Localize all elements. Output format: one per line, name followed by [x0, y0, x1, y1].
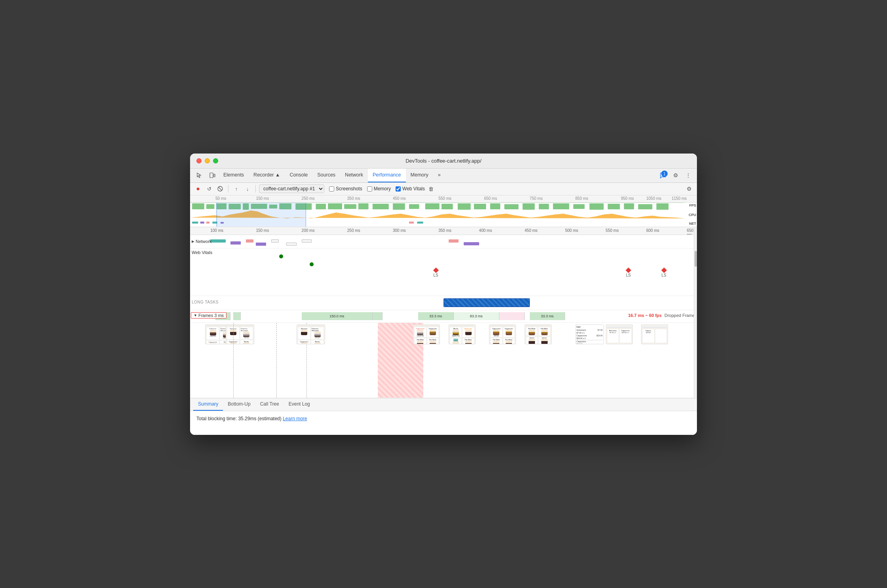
screenshot-8: Americano $7.00 x 1 Cappuccino $19.00 x … — [606, 324, 633, 344]
dropped-frame-suffix: Dropped Frame — [664, 313, 695, 318]
tab-console[interactable]: Console — [285, 168, 312, 182]
tick-950ms: 950 ms — [621, 196, 634, 201]
tab-network[interactable]: Network — [340, 168, 368, 182]
tick-1050ms: 1050 ms — [646, 196, 661, 201]
svg-line-3 — [219, 187, 222, 190]
screenshots-checkbox[interactable] — [329, 186, 334, 192]
webvitals-label: Web Vitals — [402, 186, 425, 192]
frame-seg-4 — [373, 312, 383, 320]
tab-call-tree[interactable]: Call Tree — [255, 398, 284, 411]
tick-150ms: 150 ms — [256, 196, 269, 201]
svg-rect-17 — [358, 203, 369, 209]
toolbar-settings-icon[interactable]: ⚙ — [684, 184, 694, 193]
screenshots-track: Espresso espresso Espresso Macchiato mil… — [190, 323, 697, 398]
delete-profile-button[interactable]: 🗑 — [426, 184, 436, 193]
screenshot-4: Cappuccino steamed milk Cappuccino Flat … — [413, 324, 440, 344]
network-track: ▶ Network — [190, 235, 697, 248]
title-bar: DevTools - coffee-cart.netlify.app/ — [190, 154, 697, 169]
main-tick-200ms: 200 ms — [302, 228, 315, 233]
tab-bottom-up[interactable]: Bottom-Up — [223, 398, 255, 411]
net-item-7 — [302, 239, 312, 243]
tick-650ms: 650 ms — [484, 196, 497, 201]
svg-rect-14 — [316, 204, 326, 209]
main-tick-550ms: 550 ms — [606, 228, 619, 233]
svg-rect-18 — [373, 204, 389, 209]
svg-rect-36 — [192, 222, 198, 224]
svg-rect-23 — [458, 203, 471, 210]
main-tick-250ms: 250 ms — [347, 228, 360, 233]
profile-select[interactable]: coffee-cart.netlify.app #1 — [259, 184, 324, 193]
chat-badge: 1 — [661, 171, 668, 177]
maximize-button[interactable] — [213, 158, 218, 163]
screenshots-label: Screenshots — [336, 186, 362, 192]
upload-button[interactable]: ↑ — [232, 184, 241, 193]
dropped-frame-indicator: 16.7 ms ~ 60 fps Dropped Frame — [628, 313, 695, 318]
close-button[interactable] — [196, 158, 202, 163]
net-label: NET — [689, 222, 696, 226]
tab-recorder[interactable]: Recorder ▲ — [249, 168, 285, 182]
main-tick-600ms: 600 ms — [646, 228, 659, 233]
tab-more[interactable]: » — [433, 168, 445, 182]
screenshot-9: Cappuc- $19.00 — [641, 324, 668, 344]
clear-button[interactable] — [215, 184, 225, 193]
tab-event-log[interactable]: Event Log — [284, 398, 315, 411]
net-item-6 — [286, 243, 297, 246]
tab-performance[interactable]: Performance — [368, 168, 406, 182]
overview-svg — [190, 203, 697, 227]
minimize-button[interactable] — [205, 158, 210, 163]
svg-rect-33 — [624, 203, 634, 209]
settings-button[interactable]: ⚙ — [670, 170, 681, 181]
svg-rect-25 — [490, 203, 501, 209]
bottom-tabs: Summary Bottom-Up Call Tree Event Log — [190, 398, 697, 411]
svg-rect-27 — [523, 203, 535, 210]
separator-2 — [255, 185, 256, 193]
refresh-record-button[interactable]: ↺ — [204, 184, 214, 193]
tab-sources[interactable]: Sources — [312, 168, 340, 182]
record-button[interactable]: ● — [193, 184, 203, 193]
svg-rect-16 — [344, 204, 356, 209]
svg-rect-5 — [192, 203, 204, 209]
device-toolbar-icon[interactable] — [206, 169, 219, 182]
long-task-1 — [444, 298, 530, 307]
cursor-icon[interactable] — [193, 169, 206, 182]
svg-rect-21 — [425, 203, 440, 209]
tab-elements[interactable]: Elements — [219, 168, 249, 182]
overview-ruler: 50 ms 150 ms 250 ms 350 ms 450 ms 550 ms… — [190, 195, 697, 203]
download-button[interactable]: ↓ — [243, 184, 252, 193]
learn-more-link[interactable]: Learn more — [283, 416, 307, 421]
scrollbar-thumb[interactable] — [695, 251, 697, 267]
perf-toolbar: ● ↺ ↑ ↓ coffee-cart.netlify.app #1 Scree… — [190, 183, 697, 195]
tick-450ms: 450 ms — [393, 196, 406, 201]
timeline-scrollbar[interactable] — [694, 227, 697, 398]
tick-50ms: 50 ms — [215, 196, 226, 201]
svg-rect-38 — [206, 222, 209, 224]
tick-250ms: 250 ms — [302, 196, 315, 201]
wv-dot-2 — [310, 262, 314, 266]
tick-1150ms: 1150 ms — [672, 196, 687, 201]
webvitals-checkbox[interactable] — [396, 186, 401, 192]
main-tick-300ms: 300 ms — [393, 228, 406, 233]
memory-label: Memory — [374, 186, 391, 192]
web-vitals-track: Web Vitals LS LS LS — [190, 248, 697, 296]
cpu-label: CPU — [689, 213, 696, 217]
network-track-label: ▶ Network — [192, 239, 211, 244]
main-timeline-ruler: 100 ms 150 ms 200 ms 250 ms 300 ms 350 m… — [190, 227, 697, 235]
chat-button[interactable]: 1 — [657, 170, 668, 181]
timeline-overview[interactable]: 50 ms 150 ms 250 ms 350 ms 450 ms 550 ms… — [190, 195, 697, 227]
frame-seg-8: 33.3 ms — [530, 312, 565, 320]
frame-seg-5: 33.3 ms — [418, 312, 454, 320]
webvitals-toggle: Web Vitals — [396, 186, 425, 192]
net-item-2 — [230, 241, 241, 245]
main-tick-500ms: 500 ms — [565, 228, 578, 233]
tab-summary[interactable]: Summary — [193, 398, 223, 411]
frames-header: ▼ Frames 3 ms — [191, 312, 227, 319]
svg-rect-29 — [553, 203, 569, 209]
frame-seg-2 — [233, 312, 241, 320]
overview-tracks: FPS CPU NET — [190, 203, 697, 227]
tab-memory[interactable]: Memory — [406, 168, 433, 182]
svg-rect-28 — [539, 204, 549, 209]
memory-checkbox[interactable] — [367, 186, 372, 192]
frame-boundary-1 — [233, 323, 234, 398]
more-options-button[interactable]: ⋮ — [683, 170, 694, 181]
tab-actions: 1 ⚙ ⋮ — [657, 170, 694, 181]
